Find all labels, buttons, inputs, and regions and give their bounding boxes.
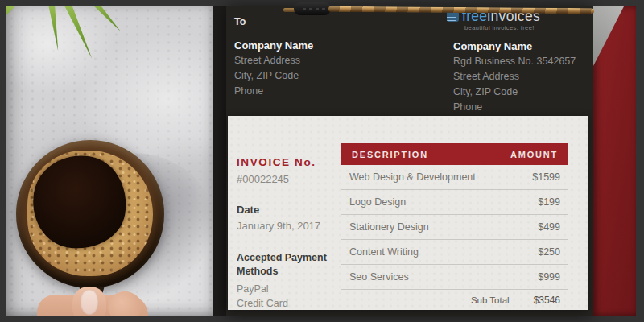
plant-leaf-icon: [85, 6, 125, 35]
item-description: Web Design & Development: [349, 171, 476, 183]
payment-method-paypal: PayPal: [237, 283, 340, 295]
coffee-photo: [6, 6, 213, 316]
subtotal-row: Sub Total $3546: [341, 290, 568, 310]
subtotal-label: Sub Total: [471, 295, 510, 305]
invoice-mockup-scene: To Company Name Street Address City, ZIP…: [0, 0, 644, 322]
item-description: Seo Services: [349, 271, 409, 283]
seller-street: Street Address: [453, 70, 576, 83]
invoice-sheet: INVOICE No. #00022245 Date January 9th, …: [228, 116, 588, 310]
item-amount: $499: [538, 221, 560, 233]
bill-to-city: City, ZIP Code: [234, 69, 313, 82]
subtotal-amount: $3546: [534, 295, 560, 306]
seller-company: Company Name: [453, 40, 576, 52]
bill-to-company: Company Name: [234, 39, 313, 52]
hand-finger: [108, 291, 142, 316]
items-table: DESCRIPTION AMOUNT Web Design & Developm…: [341, 143, 568, 310]
thumb-nail: [80, 290, 98, 315]
item-amount: $199: [538, 196, 560, 208]
plant-leaf-icon: [6, 6, 19, 37]
bill-to-phone: Phone: [234, 85, 313, 97]
amount-header: AMOUNT: [510, 150, 558, 159]
table-row: Logo Design $199: [341, 190, 568, 215]
seller-city: City, ZIP Code: [453, 85, 576, 98]
date-value: January 9th, 2017: [237, 220, 340, 232]
table-row: Seo Services $999: [341, 265, 568, 290]
invoice-no-value: #00022245: [237, 173, 340, 185]
bill-to-block: To Company Name Street Address City, ZIP…: [234, 16, 313, 97]
item-amount: $999: [538, 271, 560, 283]
invoice-details: INVOICE No. #00022245 Date January 9th, …: [237, 156, 340, 310]
bill-to-street: Street Address: [234, 54, 313, 67]
pen-clip: [294, 2, 331, 15]
plant-leaf-icon: [45, 6, 64, 52]
item-amount: $1599: [532, 171, 560, 183]
item-description: Content Writing: [349, 246, 419, 258]
table-row: Content Writing $250: [341, 240, 568, 265]
paper-corner: [593, 6, 624, 66]
items-table-header: DESCRIPTION AMOUNT: [341, 143, 568, 165]
red-leather-folder: [593, 6, 636, 316]
bill-to-label: To: [234, 16, 313, 27]
item-description: Stationery Design: [349, 221, 429, 233]
seller-block: Company Name Rgd Business No. 3542657 St…: [453, 40, 576, 114]
pen: [283, 1, 594, 17]
seller-reg-no: Rgd Business No. 3542657: [453, 55, 576, 68]
brand-tagline: beautiful invoices. free!: [464, 24, 535, 31]
plant-leaf-icon: [59, 6, 98, 61]
seller-phone: Phone: [453, 101, 576, 114]
item-description: Logo Design: [349, 196, 406, 208]
coffee-mug: [16, 140, 164, 288]
pen-shaft: [328, 6, 594, 14]
description-header: DESCRIPTION: [352, 150, 428, 159]
table-row: Web Design & Development $1599: [341, 165, 568, 190]
table-row: Stationery Design $499: [341, 215, 568, 240]
invoice-no-label: INVOICE No.: [237, 156, 340, 168]
payment-methods-label: Accepted Payment Methods: [237, 251, 333, 279]
date-label: Date: [237, 204, 340, 216]
payment-method-credit-card: Credit Card: [237, 297, 340, 310]
item-amount: $250: [538, 246, 560, 258]
